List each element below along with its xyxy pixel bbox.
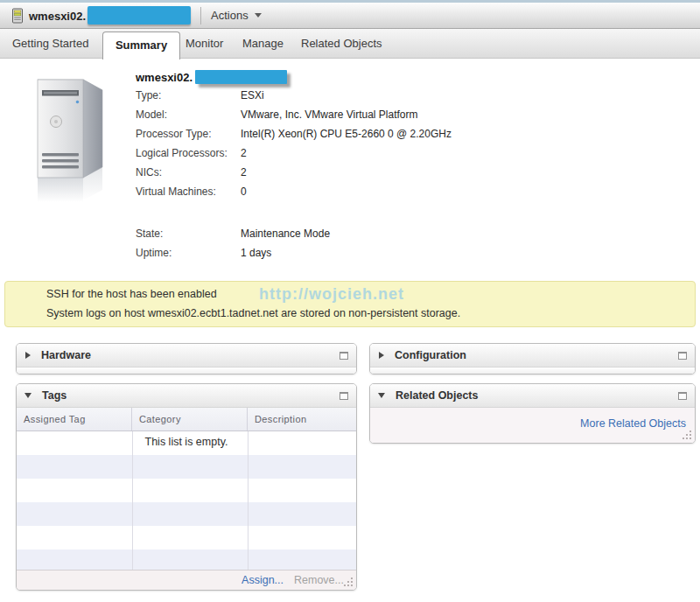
property-label: Virtual Machines: xyxy=(136,186,241,205)
collapsed-arrow-icon xyxy=(25,352,31,359)
expanded-arrow-icon xyxy=(24,393,32,398)
column-header-description[interactable]: Description xyxy=(248,408,356,430)
property-value: 2 xyxy=(241,147,452,166)
tab-manage[interactable]: Manage xyxy=(242,29,284,59)
redacted-hostname-overlay xyxy=(88,6,191,24)
popout-icon[interactable] xyxy=(340,392,348,400)
panel-body-collapsed xyxy=(17,368,356,374)
server-tower-image xyxy=(22,73,120,206)
toolbar-divider xyxy=(200,7,201,24)
remove-tag-link[interactable]: Remove... xyxy=(294,574,344,586)
hardware-panel-title: Hardware xyxy=(41,349,91,361)
configuration-panel-title: Configuration xyxy=(395,349,466,361)
more-related-objects-link[interactable]: More Related Objects xyxy=(580,417,686,430)
tags-panel: Tags Assigned Tag Category Description T… xyxy=(16,383,357,591)
expanded-arrow-icon xyxy=(378,393,385,398)
property-value: 0 xyxy=(241,186,452,205)
actions-menu-button[interactable]: Actions xyxy=(211,9,262,22)
property-value: Intel(R) Xeon(R) CPU E5-2660 0 @ 2.20GHz xyxy=(241,128,452,147)
popout-icon[interactable] xyxy=(678,392,687,400)
property-label: NICs: xyxy=(136,166,241,186)
tags-panel-footer: Assign... Remove... xyxy=(17,570,356,590)
state-value: Maintenance Mode xyxy=(241,228,330,247)
tab-related-objects[interactable]: Related Objects xyxy=(301,29,382,59)
related-objects-panel-title: Related Objects xyxy=(396,389,478,402)
column-separator xyxy=(248,431,248,570)
summary-tab-content: wmesxi02. Type: ESXi Model: VMware, Inc.… xyxy=(0,60,700,602)
column-header-assigned-tag[interactable]: Assigned Tag xyxy=(17,408,132,430)
configuration-panel: Configuration xyxy=(369,343,696,374)
column-header-category[interactable]: Category xyxy=(132,408,248,430)
redacted-domain-overlay xyxy=(195,70,287,84)
tags-panel-title: Tags xyxy=(42,389,66,402)
tags-table-body: This list is empty. xyxy=(17,431,356,570)
state-label: State: xyxy=(136,228,241,247)
resize-grip-icon[interactable] xyxy=(351,584,353,586)
host-state-block: State: Maintenance Mode Uptime: 1 days xyxy=(136,228,330,266)
related-objects-panel: Related Objects More Related Objects xyxy=(369,383,696,444)
popout-icon[interactable] xyxy=(678,352,687,360)
tab-monitor[interactable]: Monitor xyxy=(186,29,223,59)
resize-grip-icon[interactable] xyxy=(690,438,691,439)
host-properties: Type: ESXi Model: VMware, Inc. VMware Vi… xyxy=(136,89,452,205)
toolbar-host-name: wmesxi02. xyxy=(29,10,86,23)
host-heading: wmesxi02. xyxy=(136,70,287,84)
host-notice-banner: SSH for the host has been enabled System… xyxy=(4,281,696,327)
tab-bar: Getting Started Summary Monitor Manage R… xyxy=(0,29,700,59)
assign-tag-link[interactable]: Assign... xyxy=(242,574,284,586)
related-objects-panel-header[interactable]: Related Objects xyxy=(370,384,695,408)
host-heading-name: wmesxi02. xyxy=(136,71,192,84)
dropdown-caret-icon xyxy=(255,13,262,18)
property-label: Processor Type: xyxy=(136,128,241,147)
related-objects-body: More Related Objects xyxy=(370,408,695,443)
notice-syslog-storage: System logs on host wmesxi02.ecbt1.tadne… xyxy=(46,307,460,319)
vsphere-host-summary-screen: wmesxi02. Actions Getting Started Summar… xyxy=(0,0,700,602)
empty-list-message: This list is empty. xyxy=(17,436,356,448)
property-value: ESXi xyxy=(241,89,452,108)
object-toolbar: wmesxi02. Actions xyxy=(0,0,700,29)
collapsed-arrow-icon xyxy=(379,352,384,359)
property-label: Model: xyxy=(136,108,241,128)
host-icon xyxy=(10,8,24,24)
property-value: 2 xyxy=(241,166,452,186)
tab-summary[interactable]: Summary xyxy=(102,32,180,60)
hardware-panel-header[interactable]: Hardware xyxy=(17,344,356,368)
notice-ssh-enabled: SSH for the host has been enabled xyxy=(46,288,217,300)
tab-getting-started[interactable]: Getting Started xyxy=(12,29,88,59)
property-value: VMware, Inc. VMware Virtual Platform xyxy=(241,108,452,128)
watermark-text: http://wojcieh.net xyxy=(259,285,404,304)
property-label: Type: xyxy=(136,89,241,108)
property-label: Logical Processors: xyxy=(136,147,241,166)
panel-body-collapsed xyxy=(370,368,695,374)
configuration-panel-header[interactable]: Configuration xyxy=(370,344,695,368)
column-separator xyxy=(132,431,133,570)
tags-panel-header[interactable]: Tags xyxy=(17,384,356,408)
popout-icon[interactable] xyxy=(340,352,348,360)
hardware-panel: Hardware xyxy=(16,343,357,374)
tags-table-header: Assigned Tag Category Description xyxy=(17,408,356,431)
uptime-value: 1 days xyxy=(241,247,330,266)
actions-label: Actions xyxy=(211,9,248,22)
uptime-label: Uptime: xyxy=(136,247,241,266)
